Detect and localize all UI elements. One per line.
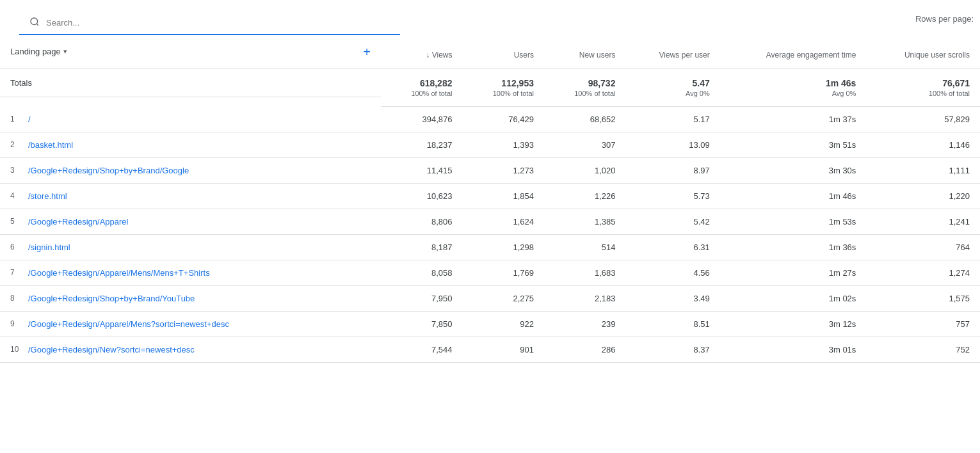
landing-page-link[interactable]: /Google+Redesign/New?sortci=newest+desc [28, 345, 195, 354]
row-page-cell: 2/basket.html [0, 132, 381, 158]
row-number: 10 [10, 345, 20, 354]
row-page-cell: 9/Google+Redesign/Apparel/Mens?sortci=ne… [0, 312, 381, 337]
row-page-cell: 8/Google+Redesign/Shop+by+Brand/YouTube [0, 286, 381, 312]
column-header-users[interactable]: Users [462, 35, 543, 69]
row-views: 394,876 [381, 107, 462, 132]
row-number: 3 [10, 166, 20, 175]
row-number: 8 [10, 294, 20, 303]
row-views: 10,623 [381, 184, 462, 209]
column-header-unique-scrolls[interactable]: Unique user scrolls [866, 35, 980, 69]
row-avg-engagement: 1m 02s [720, 286, 867, 312]
landing-page-header-label: Landing page [10, 46, 61, 58]
landing-page-link[interactable]: /signin.html [28, 242, 70, 252]
column-header-new-users[interactable]: New users [544, 35, 625, 69]
row-number: 9 [10, 319, 20, 328]
row-users: 2,275 [462, 286, 543, 312]
row-unique-scrolls: 1,575 [866, 286, 980, 312]
row-avg-engagement: 3m 30s [720, 158, 867, 184]
row-views-per-user: 8.97 [625, 158, 719, 184]
column-header-views-per-user[interactable]: Views per user [625, 35, 719, 69]
row-users: 922 [462, 312, 543, 337]
column-header-avg-engagement[interactable]: Average engagement time [720, 35, 867, 69]
landing-page-link[interactable]: /basket.html [28, 140, 73, 150]
landing-page-link[interactable]: /Google+Redesign/Apparel/Mens?sortci=new… [28, 319, 229, 329]
row-unique-scrolls: 757 [866, 312, 980, 337]
row-views: 11,415 [381, 158, 462, 184]
row-new-users: 307 [544, 132, 625, 158]
row-views-per-user: 6.31 [625, 235, 719, 260]
landing-page-link[interactable]: /Google+Redesign/Shop+by+Brand/YouTube [28, 294, 195, 303]
search-icon [29, 17, 40, 29]
row-avg-engagement: 3m 12s [720, 312, 867, 337]
row-users: 1,624 [462, 209, 543, 235]
row-unique-scrolls: 764 [866, 235, 980, 260]
search-bar [19, 12, 400, 35]
table-row: 7/Google+Redesign/Apparel/Mens/Mens+T+Sh… [0, 260, 980, 286]
column-header-views[interactable]: ↓ Views [381, 35, 462, 69]
landing-page-link[interactable]: /Google+Redesign/Apparel/Mens/Mens+T+Shi… [28, 268, 210, 278]
row-users: 901 [462, 337, 543, 363]
row-avg-engagement: 1m 36s [720, 235, 867, 260]
row-users: 1,298 [462, 235, 543, 260]
table-row: 8/Google+Redesign/Shop+by+Brand/YouTube7… [0, 286, 980, 312]
totals-unique-scrolls: 76,671 100% of total [866, 69, 980, 107]
landing-page-link[interactable]: /store.html [28, 191, 67, 201]
row-number: 4 [10, 191, 20, 200]
table-row: 6/signin.html8,1871,2985146.311m 36s764 [0, 235, 980, 260]
row-new-users: 514 [544, 235, 625, 260]
column-header-landing-page[interactable]: Landing page ▾ + [0, 35, 381, 69]
row-users: 76,429 [462, 107, 543, 132]
row-page-cell: 10/Google+Redesign/New?sortci=newest+des… [0, 337, 381, 363]
totals-views: 618,282 100% of total [381, 69, 462, 107]
row-number: 5 [10, 217, 20, 226]
row-unique-scrolls: 752 [866, 337, 980, 363]
row-views: 18,237 [381, 132, 462, 158]
row-users: 1,393 [462, 132, 543, 158]
row-number: 1 [10, 115, 20, 123]
row-avg-engagement: 3m 01s [720, 337, 867, 363]
row-views-per-user: 8.51 [625, 312, 719, 337]
totals-new-users: 98,732 100% of total [544, 69, 625, 107]
row-avg-engagement: 1m 37s [720, 107, 867, 132]
totals-views-per-user: 5.47 Avg 0% [625, 69, 719, 107]
row-views-per-user: 8.37 [625, 337, 719, 363]
svg-point-0 [31, 18, 38, 25]
row-views: 8,058 [381, 260, 462, 286]
row-new-users: 1,020 [544, 158, 625, 184]
row-page-cell: 1/ [0, 107, 381, 132]
table-row: 3/Google+Redesign/Shop+by+Brand/Google11… [0, 158, 980, 184]
table-row: 1/394,87676,42968,6525.171m 37s57,829 [0, 107, 980, 132]
row-views: 8,187 [381, 235, 462, 260]
row-new-users: 286 [544, 337, 625, 363]
search-input[interactable] [46, 18, 390, 28]
table-row: 9/Google+Redesign/Apparel/Mens?sortci=ne… [0, 312, 980, 337]
table-row: 2/basket.html18,2371,39330713.093m 51s1,… [0, 132, 980, 158]
row-unique-scrolls: 1,146 [866, 132, 980, 158]
row-views: 8,806 [381, 209, 462, 235]
totals-avg-engagement: 1m 46s Avg 0% [720, 69, 867, 107]
row-unique-scrolls: 57,829 [866, 107, 980, 132]
totals-label: Totals [0, 69, 381, 97]
row-new-users: 1,226 [544, 184, 625, 209]
table-row: 10/Google+Redesign/New?sortci=newest+des… [0, 337, 980, 363]
row-page-cell: 5/Google+Redesign/Apparel [0, 209, 381, 235]
row-unique-scrolls: 1,111 [866, 158, 980, 184]
row-views-per-user: 4.56 [625, 260, 719, 286]
row-views: 7,850 [381, 312, 462, 337]
chevron-down-icon: ▾ [63, 47, 67, 56]
row-new-users: 239 [544, 312, 625, 337]
row-new-users: 1,385 [544, 209, 625, 235]
totals-users: 112,953 100% of total [462, 69, 543, 107]
row-number: 6 [10, 242, 20, 251]
row-users: 1,273 [462, 158, 543, 184]
row-new-users: 68,652 [544, 107, 625, 132]
landing-page-link[interactable]: /Google+Redesign/Apparel [28, 217, 128, 226]
row-avg-engagement: 1m 27s [720, 260, 867, 286]
row-views-per-user: 3.49 [625, 286, 719, 312]
add-filter-button[interactable]: + [363, 43, 371, 61]
row-views-per-user: 5.17 [625, 107, 719, 132]
row-unique-scrolls: 1,220 [866, 184, 980, 209]
landing-page-link[interactable]: /Google+Redesign/Shop+by+Brand/Google [28, 166, 189, 175]
landing-page-link[interactable]: / [28, 115, 31, 124]
row-avg-engagement: 1m 53s [720, 209, 867, 235]
